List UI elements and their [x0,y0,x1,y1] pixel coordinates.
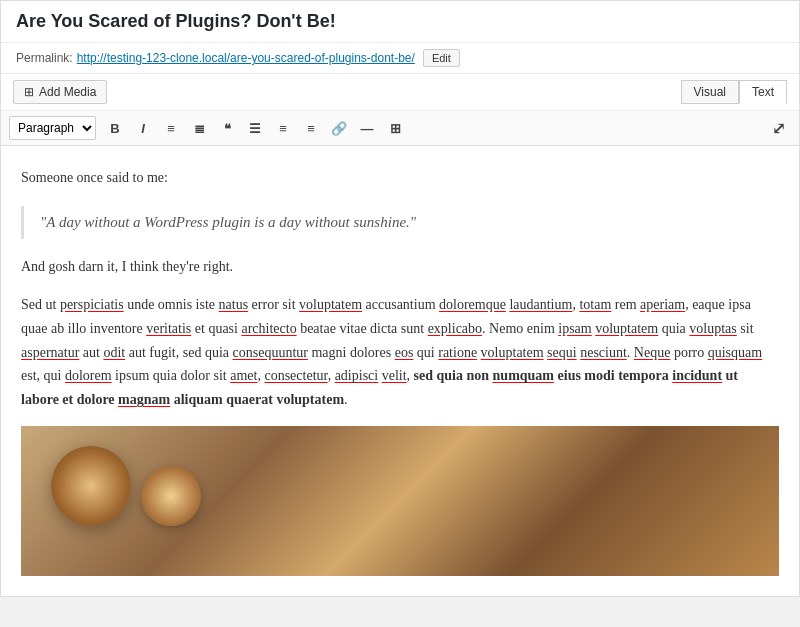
tab-text[interactable]: Text [739,80,787,104]
word-numquam: numquam [493,368,554,383]
align-left-button[interactable]: ☰ [242,115,268,141]
word-architecto: architecto [241,321,296,336]
word-doloremque: doloremque [439,297,506,312]
add-media-label: Add Media [39,85,96,99]
post-title: Are You Scared of Plugins? Don't Be! [16,11,784,32]
blockquote-container: "A day without a WordPress plugin is a d… [21,206,779,240]
word-adipisci: adipisci [335,368,379,383]
bold-button[interactable]: B [102,115,128,141]
word-incidunt: incidunt [672,368,722,383]
bold-section: sed quia non numquam eius modi tempora i… [21,368,738,407]
word-magnam: magnam [118,392,170,407]
word-consequuntur: consequuntur [233,345,308,360]
blockquote-bar [21,206,24,240]
view-tabs: Visual Text [681,80,787,104]
align-center-button[interactable]: ≡ [270,115,296,141]
link-button[interactable]: 🔗 [326,115,352,141]
expand-button[interactable]: ⤢ [765,115,791,141]
tab-visual[interactable]: Visual [681,80,739,104]
word-aperiam: aperiam [640,297,685,312]
word-natus: natus [219,297,249,312]
table-button[interactable]: ⊞ [382,115,408,141]
word-laudantium: laudantium [509,297,572,312]
word-ipsam: ipsam [558,321,591,336]
media-bar: ⊞ Add Media Visual Text [1,74,799,111]
word-eos: eos [395,345,414,360]
word-quisquam: quisquam [708,345,762,360]
paragraph-select[interactable]: Paragraph [9,116,96,140]
editor-content[interactable]: Someone once said to me: "A day without … [1,146,799,596]
permalink-url[interactable]: http://testing-123-clone.local/are-you-s… [77,51,415,65]
word-neque: Neque [634,345,671,360]
word-voluptatem3: voluptatem [481,345,544,360]
word-sequi: sequi [547,345,577,360]
word-totam: totam [579,297,611,312]
word-voluptatem: voluptatem [299,297,362,312]
permalink-label: Permalink: [16,51,73,65]
unordered-list-button[interactable]: ≡ [158,115,184,141]
word-voluptatem2: voluptatem [595,321,658,336]
blockquote-button[interactable]: ❝ [214,115,240,141]
italic-button[interactable]: I [130,115,156,141]
word-consectetur: consectetur [264,368,327,383]
word-amet: amet [230,368,257,383]
word-aspernatur: aspernatur [21,345,79,360]
paragraph-1: Someone once said to me: [21,166,779,190]
post-image [21,426,779,576]
word-explicabo: explicabo [428,321,482,336]
word-odit: odit [103,345,125,360]
paragraph-2: And gosh darn it, I think they're right. [21,255,779,279]
add-media-icon: ⊞ [24,85,34,99]
editor-container: Are You Scared of Plugins? Don't Be! Per… [0,0,800,597]
word-voluptas: voluptas [689,321,736,336]
align-right-button[interactable]: ≡ [298,115,324,141]
edit-permalink-button[interactable]: Edit [423,49,460,67]
body-paragraph: Sed ut perspiciatis unde omnis iste natu… [21,293,779,412]
ordered-list-button[interactable]: ≣ [186,115,212,141]
word-nesciunt: nesciunt [580,345,627,360]
permalink-bar: Permalink: http://testing-123-clone.loca… [1,43,799,74]
word-dolorem: dolorem [65,368,112,383]
word-ratione: ratione [438,345,477,360]
toolbar: Paragraph B I ≡ ≣ ❝ ☰ ≡ ≡ 🔗 — ⊞ ⤢ [1,111,799,146]
add-media-button[interactable]: ⊞ Add Media [13,80,107,104]
blockquote-text: "A day without a WordPress plugin is a d… [40,206,416,240]
post-title-bar: Are You Scared of Plugins? Don't Be! [1,1,799,43]
word-perspiciatis: perspiciatis [60,297,124,312]
word-velit: velit [382,368,407,383]
word-veritatis: veritatis [146,321,191,336]
more-button[interactable]: — [354,115,380,141]
